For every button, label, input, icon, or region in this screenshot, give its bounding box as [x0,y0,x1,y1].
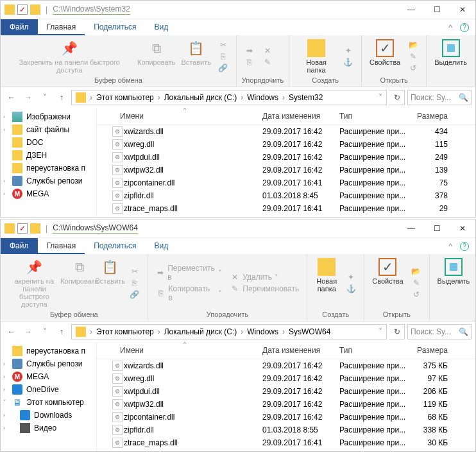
new-folder-button[interactable]: Новая папка [312,257,341,309]
file-row[interactable]: ⚙zipcontainer.dll29.09.2017 16:42Расшире… [97,411,475,424]
tab-home[interactable]: Главная [38,238,85,254]
tree-item[interactable]: ›Службы репози [1,175,96,187]
pin-button[interactable]: 📌акрепить на панели быстрого доступа [6,257,63,309]
help-icon[interactable]: ? [460,23,469,32]
file-row[interactable]: ⚙xwizards.dll29.09.2017 16:42Расширение … [97,359,475,372]
edit-icon[interactable]: ✎ [409,278,424,288]
tab-home[interactable]: Главная [38,19,85,35]
copy-to-button[interactable]: ⎘Копировать в ˅ [153,284,225,303]
recent-dropdown[interactable]: ˅ [38,90,52,105]
recent-dropdown[interactable]: ˅ [38,325,52,339]
breadcrumb-dropdown-icon[interactable]: ˅ [376,327,385,336]
paste-shortcut-icon[interactable]: 🔗 [127,289,142,300]
file-row[interactable]: ⚙zipcontainer.dll29.09.2017 16:41Расшире… [97,176,475,189]
pin-button[interactable]: 📌Закрепить на панели быстрого доступа [6,38,133,75]
col-type[interactable]: Тип [334,110,411,122]
open-icon[interactable]: 📂 [409,266,424,277]
qat-check-icon[interactable]: ✓ [17,4,28,15]
col-date[interactable]: Дата изменения [257,110,334,122]
tab-file[interactable]: Файл [1,238,38,254]
up-button[interactable]: ↑ [55,325,69,339]
history-icon[interactable]: ↺ [409,289,424,300]
col-date[interactable]: Дата изменения [257,345,334,356]
tree-item[interactable]: ›MMEGA [1,187,96,200]
scroll-left-icon[interactable]: ‹ [102,450,105,451]
cut-icon[interactable]: ✂ [216,40,231,50]
qat-check-icon[interactable]: ✓ [17,223,28,234]
easy-access-icon[interactable]: ⚓ [341,57,356,67]
file-row[interactable]: ⚙xwtpdui.dll29.09.2017 16:42Расширение п… [97,385,475,398]
col-name[interactable]: Имени [97,110,257,122]
copy-button[interactable]: ⧉Копировать [136,38,177,75]
nav-tree[interactable]: переустановка п›Службы репози›MMEGA›OneD… [1,342,97,451]
tree-item[interactable]: ›MMEGA [1,370,96,383]
back-button[interactable]: ← [4,90,19,105]
up-button[interactable]: ↑ [55,90,69,105]
ribbon-collapse-icon[interactable]: ^ [448,23,452,32]
forward-button[interactable]: → [21,325,35,339]
select-button[interactable]: Выделить [432,38,470,83]
history-icon[interactable]: ↺ [405,63,421,73]
properties-button[interactable]: ✓Свойства [367,38,403,75]
qat-folder-icon[interactable] [30,223,40,234]
rename-icon[interactable]: ✎ [260,57,275,67]
file-list[interactable]: ^ Имени Дата изменения Тип Размера ⚙xwiz… [97,342,475,451]
file-row[interactable]: ⚙xwreg.dll29.09.2017 16:42Расширение при… [97,138,475,151]
paste-shortcut-icon[interactable]: 🔗 [216,63,231,73]
edit-icon[interactable]: ✎ [405,51,421,62]
cut-icon[interactable]: ✂ [127,266,142,277]
file-row[interactable]: ⚙xwreg.dll29.09.2017 16:42Расширение при… [97,372,475,385]
maximize-button[interactable]: ☐ [424,1,450,19]
tree-item[interactable]: ДЗЕН [1,149,96,162]
new-item-icon[interactable]: ✦ [341,46,356,56]
qat-folder-icon[interactable] [30,4,40,15]
tree-item[interactable]: ›Службы репози [1,357,96,370]
titlebar[interactable]: ✓ | C:\Windows\SysWOW64 — ☐ ✕ [1,219,475,237]
move-to-icon[interactable]: ➡ [242,46,257,56]
file-row[interactable]: ⚙zipfldr.dll01.03.2018 8:55Расширение пр… [97,424,475,436]
rename-button[interactable]: ✎Переименовать [227,284,302,294]
tab-share[interactable]: Поделиться [85,238,145,254]
refresh-button[interactable]: ↻ [389,90,405,105]
breadcrumb-dropdown-icon[interactable]: ˅ [376,93,385,102]
breadcrumb[interactable]: › Этот компьютер› Локальный диск (C:)› W… [71,324,387,339]
minimize-button[interactable]: — [398,1,424,19]
close-button[interactable]: ✕ [450,219,475,237]
minimize-button[interactable]: — [398,219,424,237]
delete-button[interactable]: ✕Удалить ˅ [227,272,302,282]
scroll-right-icon[interactable]: › [468,450,470,451]
search-input[interactable]: Поиск: Sy...🔍 [407,90,472,105]
file-row[interactable]: ⚙xwtpw32.dll29.09.2017 16:42Расширение п… [97,164,475,176]
tree-item[interactable]: переустановка п [1,162,96,175]
search-input[interactable]: Поиск: Sy...🔍 [407,324,472,339]
tree-item[interactable]: DOC [1,136,96,149]
tree-item[interactable]: ›OneDrive [1,383,96,396]
copy-to-icon[interactable]: ⎘ [242,57,257,67]
tab-view[interactable]: Вид [145,238,177,254]
open-icon[interactable]: 📂 [405,40,421,50]
tree-item[interactable]: ›Изображени [1,110,96,123]
tree-item[interactable]: ›сайт файлы [1,123,96,136]
new-folder-button[interactable]: Новая папка [294,38,338,75]
easy-access-icon[interactable]: ⚓ [343,284,359,294]
tree-item[interactable]: ›Downloads [1,409,96,422]
col-type[interactable]: Тип [334,345,411,356]
ribbon-collapse-icon[interactable]: ^ [448,242,452,251]
delete-icon[interactable]: ✕ [260,46,275,56]
file-row[interactable]: ⚙xwizards.dll29.09.2017 16:42Расширение … [97,125,475,138]
back-button[interactable]: ← [4,325,19,339]
maximize-button[interactable]: ☐ [424,219,450,237]
nav-tree[interactable]: ›Изображени›сайт файлыDOCДЗЕНпереустанов… [1,108,97,217]
copy-path-icon[interactable]: ⎘ [127,278,142,288]
breadcrumb[interactable]: › Этот компьютер› Локальный диск (C:)› W… [71,90,387,105]
col-name[interactable]: Имени [97,345,257,356]
file-list[interactable]: ^ Имени Дата изменения Тип Размера ⚙xwiz… [97,108,475,217]
file-row[interactable]: ⚙zipfldr.dll01.03.2018 8:45Расширение пр… [97,189,475,202]
tree-item[interactable]: переустановка п [1,345,96,357]
new-item-icon[interactable]: ✦ [343,272,359,282]
tab-view[interactable]: Вид [145,19,177,35]
properties-button[interactable]: ✓Свойства [370,257,405,309]
close-button[interactable]: ✕ [450,1,475,19]
file-row[interactable]: ⚙xwtpdui.dll29.09.2017 16:42Расширение п… [97,151,475,164]
file-row[interactable]: ⚙ztrace_maps.dll29.09.2017 16:41Расширен… [97,202,475,215]
